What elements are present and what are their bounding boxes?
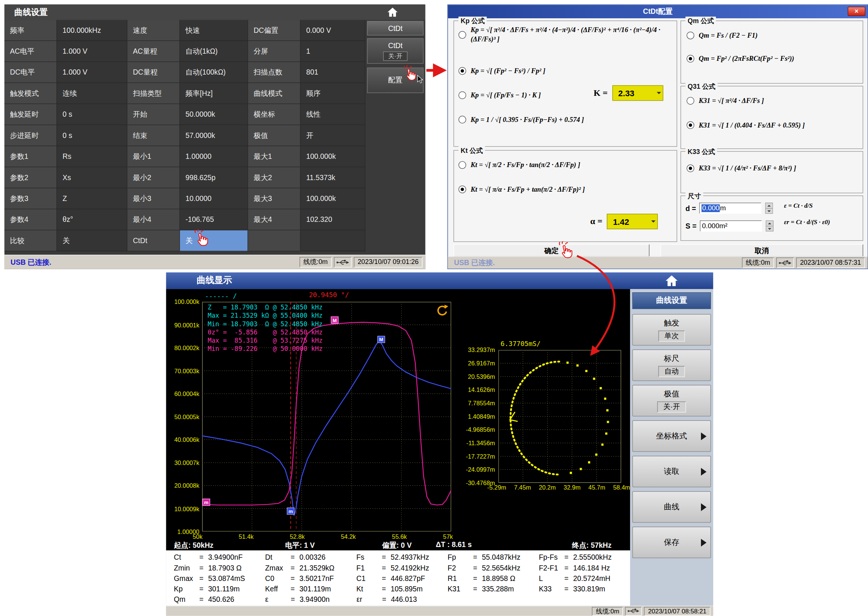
group-title: 尺寸 — [685, 192, 703, 201]
dropdown-arrow-icon[interactable] — [656, 92, 661, 97]
dimension-d-stepper[interactable] — [766, 203, 773, 214]
button-label: 标尺 — [664, 354, 680, 363]
setting-value-ctdt[interactable]: 关 — [180, 231, 248, 251]
spinner-up-icon[interactable] — [766, 221, 773, 226]
kt-formula-1-radio[interactable] — [458, 162, 466, 169]
level-info: 电平: 1 V — [285, 540, 315, 550]
qm-formula-1: Qm = Fs / (F2 − F1) — [699, 31, 758, 40]
setting-value[interactable]: 0 s — [57, 104, 127, 125]
dropdown-arrow-icon[interactable] — [651, 220, 656, 225]
curve-settings-panel: 曲线设置 频率 100.000kHz 速度 快速 DC偏置 0.000 V AC… — [5, 5, 425, 269]
sidebar-header-curve-settings[interactable]: 曲线设置 — [633, 292, 711, 309]
setting-value[interactable]: 快速 — [180, 20, 248, 41]
setting-value[interactable]: 998.625p — [180, 167, 248, 188]
kp-formula-2-radio[interactable] — [458, 67, 466, 75]
setting-value[interactable]: 1.00000 — [180, 146, 248, 167]
kt-formula-2-radio[interactable] — [458, 186, 466, 193]
setting-label: 速度 — [127, 20, 180, 41]
ctdt-toggle-label: CtDt — [388, 41, 403, 50]
setting-value[interactable]: 1 — [300, 41, 366, 62]
group-title: Qm 公式 — [685, 17, 716, 26]
chevron-right-icon — [701, 468, 706, 475]
sidebar-item-coord-format[interactable]: 坐标格式 — [633, 420, 711, 452]
k33-formula-1-radio[interactable] — [686, 165, 694, 173]
setting-label: 曲线模式 — [248, 83, 300, 104]
setting-value[interactable]: Z — [57, 188, 127, 209]
setting-label: DC量程 — [127, 62, 180, 83]
alpha-input[interactable]: 1.42 — [607, 214, 658, 229]
kp-formula-3-radio[interactable] — [458, 92, 466, 99]
button-label: 曲线 — [664, 502, 680, 512]
setting-value[interactable]: 自动(1kΩ) — [180, 41, 248, 62]
kp-formula-4-radio[interactable] — [458, 116, 466, 124]
sidebar-item-save[interactable]: 保存 — [633, 526, 711, 558]
sidebar-item-read[interactable]: 读取 — [633, 456, 711, 487]
setting-value[interactable]: 102.320 — [300, 209, 366, 230]
admittance-circle-chart[interactable] — [499, 350, 622, 483]
k-factor-input[interactable]: 2.33 — [612, 85, 663, 101]
setting-value[interactable]: -106.765 — [180, 209, 248, 230]
setting-value[interactable]: 57.0000k — [180, 125, 248, 146]
ctdt-toggle-button[interactable]: CtDt 关·开 — [367, 38, 424, 63]
setting-value[interactable]: Rs — [57, 146, 127, 167]
setting-value[interactable]: 801 — [300, 62, 366, 83]
setting-value[interactable]: 关 — [57, 231, 127, 251]
setting-value[interactable]: 100.000k — [300, 188, 366, 209]
setting-value[interactable]: 100.000kHz — [57, 20, 127, 41]
k-factor-label: K = — [593, 88, 608, 98]
z-readout: Z = 18.7903 Ω @ 52.4850 kHz — [208, 303, 323, 312]
group-title: K33 公式 — [685, 147, 717, 157]
setting-value[interactable]: 自动(100kΩ) — [180, 62, 248, 83]
ctdt-sidebar: CtDt CtDt 关·开 配置 — [366, 20, 425, 255]
setting-value[interactable]: 100.000k — [300, 146, 366, 167]
kp-formula-1-radio[interactable] — [458, 31, 466, 39]
dimension-d-label: d = — [685, 204, 696, 212]
setting-value[interactable]: 顺序 — [300, 83, 366, 104]
setting-value[interactable]: 线性 — [300, 104, 366, 125]
ok-button[interactable]: 确定 — [454, 244, 650, 257]
setting-value[interactable]: 开 — [300, 125, 366, 146]
setting-value[interactable]: 频率[Hz] — [180, 83, 248, 104]
dimension-d-value: 0.000 — [702, 204, 720, 212]
q31-formula-2: K31 = √[ 1 / (0.404 · Fs/ΔF + 0.595) ] — [699, 121, 805, 130]
spinner-up-icon[interactable] — [766, 203, 772, 209]
page-title: 曲线设置 — [14, 7, 48, 16]
q31-formula-1-radio[interactable] — [686, 97, 694, 105]
setting-label: DC偏置 — [248, 20, 300, 41]
spinner-down-icon[interactable] — [766, 226, 773, 231]
cable-length-box: 线缆:0m — [300, 257, 331, 267]
sidebar-item-extremum[interactable]: 极值 关·开 — [633, 385, 711, 416]
sidebar-ctdt-header: CtDt — [367, 21, 424, 35]
rotate-icon[interactable] — [435, 303, 450, 318]
setting-value[interactable]: 连续 — [57, 83, 127, 104]
setting-value[interactable]: 10.0000 — [180, 188, 248, 209]
config-button[interactable]: 配置 — [367, 68, 424, 93]
curve-display-panel: 曲线显示 ------ / 20.9450 °/ — [166, 273, 713, 616]
setting-label: AC电平 — [5, 41, 57, 62]
setting-value[interactable]: Xs — [57, 167, 127, 188]
home-icon[interactable] — [664, 274, 679, 288]
setting-value[interactable]: 0.000 V — [300, 20, 366, 41]
dimension-s-stepper[interactable] — [766, 220, 774, 231]
setting-value[interactable]: 11.5373k — [300, 167, 366, 188]
qm-formula-1-radio[interactable] — [686, 32, 694, 39]
panel-title-bar: 曲线显示 — [166, 273, 713, 289]
spinner-down-icon[interactable] — [766, 209, 772, 213]
sidebar-item-ruler[interactable]: 标尺 自动 — [633, 349, 711, 381]
impedance-curve — [202, 341, 451, 515]
qm-formula-2-radio[interactable] — [686, 55, 694, 63]
sidebar-item-trigger[interactable]: 触发 单次 — [633, 314, 711, 346]
dimension-d-input[interactable]: 0.000 m — [700, 203, 761, 214]
setting-value[interactable]: 1.000 V — [57, 62, 127, 83]
setting-value[interactable]: 1.000 V — [57, 41, 127, 62]
setting-value[interactable]: 0 s — [57, 125, 127, 146]
cancel-button[interactable]: 取消 — [661, 244, 863, 257]
close-button[interactable]: × — [848, 7, 866, 16]
q31-formula-2-radio[interactable] — [686, 121, 694, 129]
setting-value[interactable]: θz° — [57, 209, 127, 230]
dimension-s-input[interactable]: 0.000m² — [700, 220, 762, 231]
sidebar-item-curve[interactable]: 曲线 — [633, 491, 711, 523]
chevron-right-icon — [701, 539, 706, 546]
setting-value[interactable]: 50.0000k — [180, 104, 248, 125]
home-icon[interactable] — [387, 7, 399, 18]
